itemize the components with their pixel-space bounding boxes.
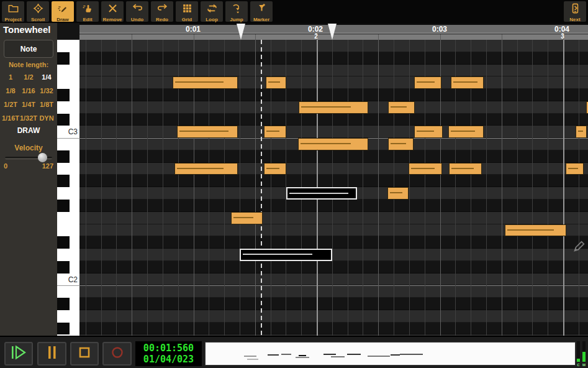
note-length-option-1-16t[interactable]: 1/16T [1,111,20,125]
note-button[interactable]: Note [4,40,53,58]
black-key[interactable] [57,298,70,310]
note-velocity-line [266,168,279,169]
midi-note[interactable] [387,187,409,200]
app-window: ProjectScrollDrawEditRemoveUndoRedoGridL… [0,0,588,368]
midi-note[interactable] [414,76,441,89]
black-key[interactable] [57,236,70,249]
midi-note[interactable] [174,163,238,175]
grid-row [79,175,588,187]
toolbar-button-redo[interactable]: Redo [151,1,173,22]
play-button[interactable] [4,342,33,366]
ruler-bar-number: 2 [314,33,318,40]
note-length-option-1-4[interactable]: 1/4 [37,70,56,84]
toolbar-button-label: Undo [131,17,143,22]
black-key[interactable] [57,52,70,65]
midi-note[interactable] [449,163,482,175]
midi-note[interactable] [298,138,368,150]
midi-note[interactable] [388,138,414,150]
toolbar-button-next[interactable]: Next [564,1,586,22]
note-length-option-1-2[interactable]: 1/2 [19,70,38,84]
velocity-max-label: 127 [42,162,53,170]
toolbar-button-loop[interactable]: Loop [201,1,223,22]
note-length-option-dyn[interactable]: DYN [37,111,56,125]
midi-note[interactable] [264,126,286,138]
note-length-option-1-16[interactable]: 1/16 [19,84,38,98]
song-overview-minimap[interactable] [205,342,576,366]
octave-divider [57,138,79,139]
midi-note[interactable] [576,126,587,138]
note-velocity-line [179,131,228,132]
loop-icon [206,1,218,17]
toolbar-button-edit[interactable]: Edit [76,1,99,22]
note-velocity-line [453,81,477,83]
midi-note[interactable] [448,126,484,138]
velocity-slider[interactable] [5,157,52,159]
note-length-option-1-32t[interactable]: 1/32T [19,111,38,125]
midi-note[interactable] [505,224,566,237]
toolbar-button-scroll[interactable]: Scroll [27,1,49,22]
toolbar-button-remove[interactable]: Remove [101,1,124,22]
black-key[interactable] [57,150,70,163]
toolbar-button-jump[interactable]: Jump [225,1,248,22]
velocity-slider-handle[interactable] [38,153,47,162]
stop-icon [76,344,93,364]
grid-row [79,89,588,101]
black-key[interactable] [57,200,70,212]
note-velocity-line [417,131,434,132]
midi-note[interactable] [299,101,368,114]
pencil-cursor-indicator [572,240,586,256]
midi-note[interactable] [177,126,238,138]
midi-note[interactable] [414,126,443,138]
grid-beat-line [502,40,502,336]
toolbar-button-marker[interactable]: Marker [250,1,273,22]
timeline-marker-flag[interactable] [237,24,245,40]
level-meter-fill [582,352,586,362]
note-length-option-1-8t[interactable]: 1/8T [37,98,56,111]
grid-beat-line [132,40,132,336]
midi-note-selected[interactable] [286,187,357,200]
grid-row [79,298,588,310]
note-length-option-1[interactable]: 1 [1,70,20,84]
black-key[interactable] [57,323,70,335]
piano-roll-grid[interactable] [79,40,588,336]
black-key[interactable] [57,175,70,187]
midi-note[interactable] [409,163,442,175]
midi-note[interactable] [231,212,263,224]
ruler-time-label: 0:02 [308,25,323,34]
midi-note[interactable] [264,163,286,175]
toolbar-button-project[interactable]: Project [2,1,24,22]
note-length-option-1-8[interactable]: 1/8 [1,84,20,98]
pencil-icon [57,1,69,17]
black-key[interactable] [57,89,70,101]
timeline-marker-flag[interactable] [328,24,337,40]
midi-note[interactable] [566,163,584,175]
note-length-option-1-2t[interactable]: 1/2T [1,98,20,111]
grid-row [79,163,588,175]
playhead-cursor[interactable] [261,40,262,336]
piano-keyboard[interactable]: C3C2 [57,40,79,336]
midi-note-selected[interactable] [240,249,332,261]
minimap-note-dash [347,354,361,355]
midi-note[interactable] [451,76,484,89]
midi-note[interactable] [388,101,415,114]
note-length-option-1-32[interactable]: 1/32 [37,84,56,98]
velocity-min-label: 0 [4,162,7,170]
grid-row [79,323,588,335]
grid-row [79,249,588,261]
midi-note[interactable] [266,76,286,89]
record-button[interactable] [102,342,132,366]
grid-row [79,76,588,89]
toolbar-button-grid[interactable]: Grid [176,1,198,22]
note-length-option-1-4t[interactable]: 1/4T [19,98,38,111]
pause-button[interactable] [37,342,66,366]
stop-button[interactable] [70,342,99,366]
black-key[interactable] [57,114,70,126]
note-velocity-line [451,131,475,132]
timeline-ruler[interactable]: 0:010:020:030:04 23 [79,23,588,40]
grid-sixteenth-line [147,40,148,336]
black-key[interactable] [57,261,70,274]
toolbar-button-draw[interactable]: Draw [52,1,74,22]
toolbar-button-undo[interactable]: Undo [126,1,148,22]
toolbar-button-label: Edit [83,17,92,22]
midi-note[interactable] [173,76,238,89]
